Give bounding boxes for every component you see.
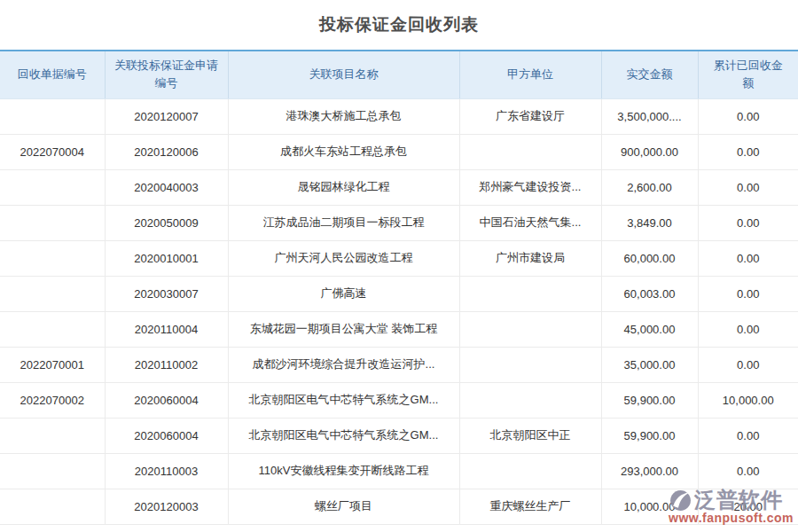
amount-cell: 2,600.00 [601,169,698,205]
project_name-link[interactable]: 北京朝阳区电气中芯特气系统之GM... [228,418,459,453]
project_name-link[interactable]: 广州天河人民公园改造工程 [228,240,459,276]
table-row: 2020010001广州天河人民公园改造工程广州市建设局60,000.000.0… [0,240,798,276]
project_name-link[interactable]: 110kV安徽线程集变开断线路工程 [228,453,459,489]
application_no-link[interactable]: 2020120007 [105,98,228,134]
recovered-cell: 0.00 [698,276,798,311]
page-title: 投标保证金回收列表 [0,0,798,50]
recovery_no-cell [0,276,105,311]
recovered-cell: 10,000.00 [698,382,798,418]
recovered-cell: 0.00 [698,240,798,276]
application_no-link[interactable]: 2020010001 [105,240,228,276]
table-row: 2020030007广佛高速60,003.000.00 [0,276,798,311]
party_a-cell: 广东省建设厅 [459,98,601,134]
header-recovery-no: 回收单据编号 [0,51,105,98]
table-row: 20220700022020060004北京朝阳区电气中芯特气系统之GM...5… [0,382,798,418]
table-body: 2020120007港珠澳大桥施工总承包广东省建设厅3,500,000....0… [0,98,798,524]
project_name-link[interactable]: 广佛高速 [228,276,459,311]
application_no-link[interactable]: 2020120006 [105,134,228,169]
party_a-cell: 中国石油天然气集... [459,205,601,240]
table-row: 20220700042020120006成都火车东站工程总承包900,000.0… [0,134,798,169]
recovery_no-cell [0,418,105,453]
header-party-a: 甲方单位 [459,51,601,98]
recovered-cell: 0.00 [698,311,798,347]
table-row: 2020040003晟铭园林绿化工程郑州豪气建设投资...2,600.000.0… [0,169,798,205]
recovery_no-cell [0,205,105,240]
party_a-cell [459,453,601,489]
recovery_no-cell [0,98,105,134]
recovery_no-link[interactable]: 2022070004 [0,134,105,169]
table-row: 2020060004北京朝阳区电气中芯特气系统之GM...北京朝阳区中正59,9… [0,418,798,453]
table-row: 20220700012020110002成都沙河环境综合提升改造运河护...35… [0,347,798,382]
recovery_no-link[interactable]: 2022070001 [0,347,105,382]
amount-cell: 3,849.00 [601,205,698,240]
amount-cell: 45,000.00 [601,311,698,347]
project_name-link[interactable]: 江苏成品油二期项目一标段工程 [228,205,459,240]
recovered-cell: 0.00 [698,418,798,453]
recovery_no-cell [0,169,105,205]
party_a-cell: 重庆螺丝生产厂 [459,489,601,524]
recovered-cell: 0.00 [698,205,798,240]
amount-cell: 60,003.00 [601,276,698,311]
table-row: 2020050009江苏成品油二期项目一标段工程中国石油天然气集...3,849… [0,205,798,240]
party_a-cell: 广州市建设局 [459,240,601,276]
party_a-cell [459,311,601,347]
amount-cell: 10,000.00 [601,489,698,524]
table-row: 2020120003螺丝厂项目重庆螺丝生产厂10,000.0020.00 [0,489,798,524]
party_a-cell: 郑州豪气建设投资... [459,169,601,205]
amount-cell: 35,000.00 [601,347,698,382]
application_no-link[interactable]: 2020030007 [105,276,228,311]
bid-deposit-recovery-page: 投标保证金回收列表 回收单据编号 关联投标保证金申请编号 关联项目名称 甲方单位… [0,0,798,532]
amount-cell: 60,000.00 [601,240,698,276]
recovered-cell: 0.00 [698,453,798,489]
project_name-link[interactable]: 东城花园一期项目公寓大堂 装饰工程 [228,311,459,347]
application_no-link[interactable]: 2020110003 [105,453,228,489]
recovery_no-cell [0,240,105,276]
recovered-cell: 20.00 [698,489,798,524]
application_no-link[interactable]: 2020110004 [105,311,228,347]
table-header: 回收单据编号 关联投标保证金申请编号 关联项目名称 甲方单位 实交金额 累计已回… [0,51,798,98]
header-recovered: 累计已回收金额 [698,51,798,98]
amount-cell: 900,000.00 [601,134,698,169]
header-project-name: 关联项目名称 [228,51,459,98]
amount-cell: 3,500,000.... [601,98,698,134]
recovery_no-cell [0,311,105,347]
table-row: 2020120007港珠澳大桥施工总承包广东省建设厅3,500,000....0… [0,98,798,134]
table-row: 2020110004东城花园一期项目公寓大堂 装饰工程45,000.000.00 [0,311,798,347]
project_name-link[interactable]: 港珠澳大桥施工总承包 [228,98,459,134]
party_a-cell [459,134,601,169]
application_no-link[interactable]: 2020110002 [105,347,228,382]
project_name-link[interactable]: 晟铭园林绿化工程 [228,169,459,205]
amount-cell: 59,900.00 [601,418,698,453]
party_a-cell [459,276,601,311]
application_no-link[interactable]: 2020060004 [105,382,228,418]
amount-cell: 293,000.00 [601,453,698,489]
party_a-cell: 北京朝阳区中正 [459,418,601,453]
application_no-link[interactable]: 2020040003 [105,169,228,205]
recovery_no-link[interactable]: 2022070002 [0,382,105,418]
recovered-cell: 0.00 [698,134,798,169]
header-application-no: 关联投标保证金申请编号 [105,51,228,98]
project_name-link[interactable]: 成都沙河环境综合提升改造运河护... [228,347,459,382]
application_no-link[interactable]: 2020050009 [105,205,228,240]
project_name-link[interactable]: 北京朝阳区电气中芯特气系统之GM... [228,382,459,418]
project_name-link[interactable]: 成都火车东站工程总承包 [228,134,459,169]
table-row: 2020110003110kV安徽线程集变开断线路工程293,000.000.0… [0,453,798,489]
party_a-cell [459,382,601,418]
application_no-link[interactable]: 2020120003 [105,489,228,524]
recovery-list-table: 回收单据编号 关联投标保证金申请编号 关联项目名称 甲方单位 实交金额 累计已回… [0,50,798,525]
project_name-link[interactable]: 螺丝厂项目 [228,489,459,524]
recovery_no-cell [0,489,105,524]
header-amount: 实交金额 [601,51,698,98]
party_a-cell [459,347,601,382]
amount-cell: 59,900.00 [601,382,698,418]
recovered-cell: 0.00 [698,347,798,382]
recovered-cell: 0.00 [698,169,798,205]
application_no-link[interactable]: 2020060004 [105,418,228,453]
recovered-cell: 0.00 [698,98,798,134]
recovery_no-cell [0,453,105,489]
